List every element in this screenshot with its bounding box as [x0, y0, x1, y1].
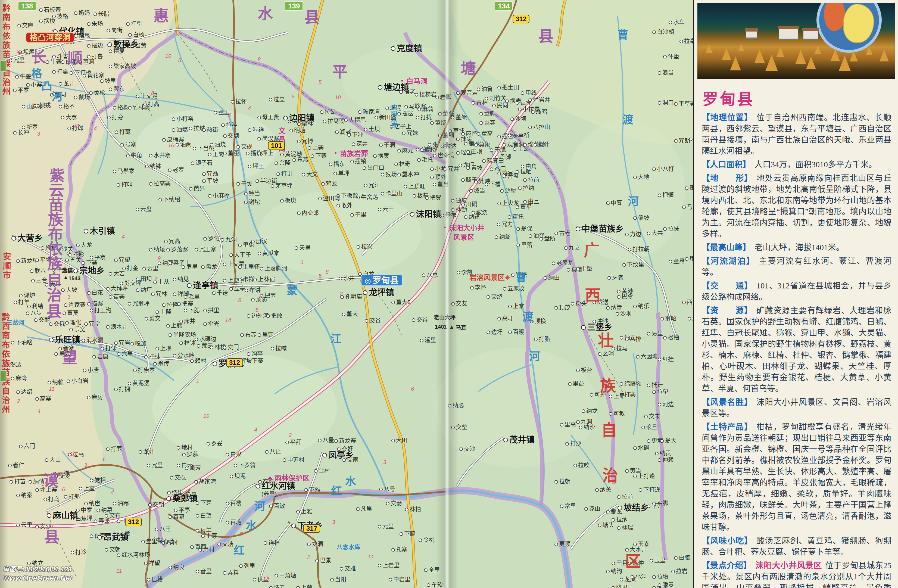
village-label: 咔祥: [248, 127, 264, 132]
gazetteer-section: 【人口面积】人口34万，面积3010多平方千米。: [702, 159, 892, 170]
village-label: 把敢: [266, 312, 282, 318]
village-label: 茅草坪: [271, 183, 292, 188]
scenic-spot-label: 白马洞: [406, 78, 427, 85]
village-label: 盘龙: [201, 264, 217, 269]
village-label: 床井: [179, 318, 195, 324]
village-label: 八号: [379, 486, 395, 492]
river-name-char: 红: [331, 485, 342, 496]
road-distance-number: 2: [190, 296, 193, 301]
village-label: 下芽: [196, 500, 212, 505]
village-label: 百暖: [508, 329, 524, 335]
village-label: 出门口: [363, 165, 384, 171]
gazetteer-section: 【河流湖泊】主要河流有红水河、蒙江、曹渡河等。: [702, 255, 892, 277]
haystack-shape: [814, 45, 821, 54]
village-label: 刺竹关: [484, 95, 506, 101]
village-label: 么哨: [598, 351, 614, 356]
neighbor-region-char: 自: [47, 272, 63, 287]
village-label: 麻怀: [461, 131, 477, 136]
village-label: 敢外: [337, 202, 352, 208]
village-label: 董托: [508, 214, 524, 219]
village-label: 交惹: [170, 474, 186, 480]
river-name-char: 河: [254, 501, 265, 512]
village-label: 油闹: [175, 142, 192, 147]
road-distance-number: 4: [122, 234, 125, 239]
village-label: 拉马: [612, 345, 627, 351]
village-label: 平脚: [652, 500, 668, 506]
village-label: 孔明庙: [340, 294, 362, 299]
village-label: 明塘: [289, 127, 306, 133]
village-label: 拉前: [617, 494, 633, 499]
village-label: 马寨: [682, 204, 693, 209]
village-label: 牛角: [126, 152, 142, 158]
village-label: 冗井: [443, 166, 459, 172]
village-label: 六里: [117, 351, 133, 356]
village-label: 麻翁: [417, 106, 434, 112]
road-distance-number: 16: [168, 143, 174, 148]
county-title: 罗甸县: [702, 86, 891, 109]
village-label: 布苏: [240, 332, 256, 337]
village-label: 董脚: [480, 110, 495, 116]
village-label: 冗岩: [114, 340, 130, 345]
road-distance-number: 3: [228, 112, 231, 117]
haystack-shape: [880, 49, 889, 62]
village-label: 交未: [644, 413, 660, 419]
neighbor-region-char: 惠: [154, 8, 169, 23]
road-number-badge: 312: [226, 358, 243, 367]
village-label: 大地: [633, 174, 649, 180]
neighbor-region-char: 县: [304, 10, 320, 25]
road-distance-number: 6: [103, 457, 106, 462]
village-label: 上荣: [296, 585, 312, 588]
village-label: 董昂: [669, 258, 685, 264]
peak-label: 1401: [435, 324, 447, 329]
village-label: 龙凤: [620, 576, 636, 582]
village-label: 油鲁: [477, 86, 493, 92]
gazetteer-section: 【风景名胜】沫阳大小井风景区、文昌阁、岩溶风景区等。: [702, 396, 892, 419]
village-label: 上寨: [308, 145, 324, 150]
village-label: 罗慕: [182, 451, 198, 457]
village-label: 上坝: [155, 345, 172, 351]
village-label: 拉岩: [671, 568, 687, 574]
road-distance-number: 2: [307, 554, 310, 560]
gazetteer-section: 【地理位置】位于自治州西南端。北连惠水、长顺两县，西邻紫云、望谟县，东与平塘县、…: [702, 112, 892, 156]
village-label: 拉哇: [221, 122, 237, 128]
road-distance-number: 5: [318, 79, 321, 85]
village-label: 鸡龙: [321, 180, 337, 186]
neighbor-region-char: 紫: [49, 168, 65, 183]
village-label: 林柏: [405, 506, 421, 512]
village-label: 大田: [391, 437, 407, 443]
village-label: 拉高寨: [149, 180, 171, 186]
village-label: 中岩里: [389, 576, 411, 582]
village-label: 芭界: [189, 185, 205, 191]
village-label: 林瑞: [617, 525, 633, 530]
county-shape-inset-map: [817, 3, 882, 53]
village-label: 里益: [568, 380, 584, 386]
village-label: 打金: [122, 265, 138, 271]
village-label: 梁家高坡: [109, 63, 136, 69]
town-label: 敦操乡: [108, 40, 138, 49]
countryside-haystacks-photo: [697, 3, 895, 79]
village-label: 麻元: [397, 147, 414, 153]
road-distance-number: 3: [383, 459, 386, 465]
road-distance-number: 7: [154, 276, 157, 282]
village-label: 上寨: [508, 303, 524, 309]
village-label: 弄料: [223, 570, 239, 575]
village-label: 打王沟: [90, 307, 111, 313]
village-label: 麻湾: [11, 375, 27, 381]
village-label: 打冷: [71, 549, 87, 555]
village-label: 课炉: [19, 292, 35, 298]
village-label: 董王: [214, 109, 230, 115]
village-label: 林奇: [394, 161, 411, 167]
village-label: 下纳绍: [158, 196, 180, 202]
road-distance-number: 3: [332, 519, 335, 525]
river-name-char: 边阳水库: [390, 105, 396, 128]
village-label: 把贺: [425, 195, 441, 200]
village-label: 纳关: [595, 486, 611, 492]
village-label: 摆岔: [397, 110, 414, 116]
village-label: 大摆甩: [344, 117, 366, 123]
village-label: 偏坡: [633, 215, 649, 220]
town-label: 红水河镇: [255, 482, 295, 490]
village-label: 峨芳: [185, 465, 201, 471]
village-label: 九立: [564, 245, 580, 250]
village-label: 内交郎: [297, 210, 319, 215]
peak-label: 滥搞: [62, 268, 73, 274]
